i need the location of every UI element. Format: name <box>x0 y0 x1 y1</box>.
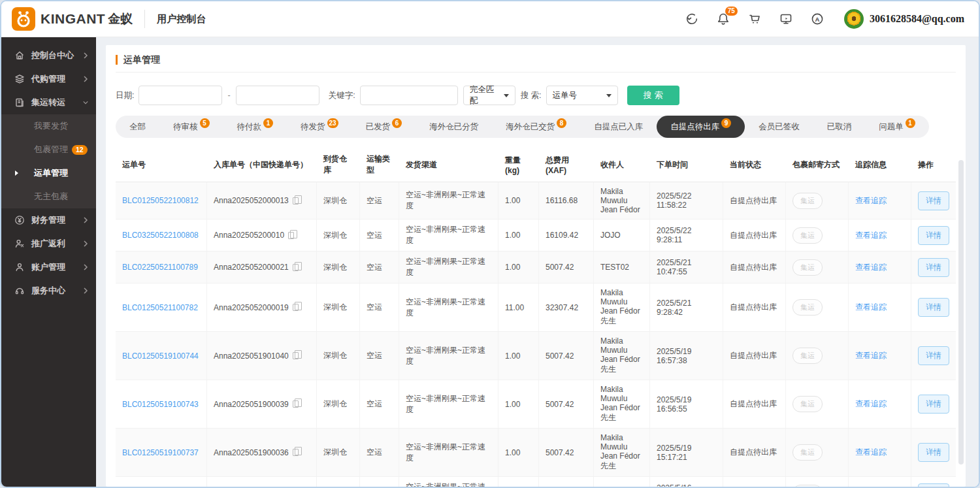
brand-name-cn: 金蚁 <box>108 10 133 27</box>
sidebar-item-waybill-management[interactable]: 运单管理 <box>1 161 96 185</box>
weight-cell: 11.00 <box>498 284 539 331</box>
scrollbar[interactable] <box>958 160 964 464</box>
mail-method-pill: 集运 <box>792 227 823 244</box>
sidebar-item-promotion[interactable]: 推广返利 <box>1 232 96 255</box>
copy-icon[interactable] <box>288 232 294 239</box>
sidebar-item-service-center[interactable]: 服务中心 <box>1 279 96 302</box>
table-row: BLC01250522100812 Anna2025052000013 深圳仓 … <box>116 182 956 220</box>
detail-button[interactable]: 详情 <box>918 443 949 462</box>
status-tab[interactable]: 待审核 5 <box>159 116 223 138</box>
avatar[interactable] <box>844 9 864 29</box>
translate-a-icon[interactable]: A <box>810 12 825 26</box>
waybill-number-link[interactable]: BLC01250521100782 <box>122 303 198 312</box>
transport-type-cell: 空运 <box>360 332 399 380</box>
column-header: 下单时间 <box>650 148 723 182</box>
date-start-input[interactable] <box>139 86 222 105</box>
date-end-input[interactable] <box>236 86 319 105</box>
copy-icon[interactable] <box>293 352 299 359</box>
filter-bar: 日期: - 关键字: 完全匹配 搜 索: 运单号 搜 <box>116 86 956 105</box>
detail-button[interactable]: 详情 <box>918 191 949 210</box>
status-tab[interactable]: 问题单 1 <box>865 116 929 138</box>
warehouse-cell: 深圳仓 <box>317 332 360 380</box>
waybill-number-link[interactable]: BLC01250522100812 <box>122 196 199 205</box>
table-row: BLC01250521100782 Anna2025052000019 深圳仓 … <box>116 284 956 332</box>
copy-icon[interactable] <box>293 449 299 456</box>
waybill-table: 运单号入库单号（中国快递单号）到货仓库运输类型发货渠道重量 (kg)总费用(XA… <box>116 148 956 488</box>
mail-method-pill: 集运 <box>792 193 823 209</box>
total-fee-cell: 32307.42 <box>539 284 594 331</box>
sidebar-item-console-center[interactable]: 控制台中心 <box>1 44 96 67</box>
copy-icon[interactable] <box>293 304 299 311</box>
waybill-number-link[interactable]: BLC01250519100744 <box>122 351 199 361</box>
kingant-logo-icon <box>12 7 35 31</box>
column-header: 当前状态 <box>723 148 786 182</box>
view-tracking-link[interactable]: 查看追踪 <box>855 350 887 361</box>
order-time-cell: 2025/5/21 10:47:55 <box>650 252 723 283</box>
copy-icon[interactable] <box>293 400 299 408</box>
match-mode-select[interactable]: 完全匹配 <box>463 86 515 105</box>
detail-button[interactable]: 详情 <box>918 258 949 277</box>
detail-button[interactable]: 详情 <box>918 395 949 414</box>
weight-cell: 1.00 <box>498 429 539 476</box>
status-tab[interactable]: 待发货 23 <box>287 116 352 138</box>
recipient-cell: Makila Muwulu Jean Fédor先生 <box>594 332 650 380</box>
status-cell: 自提点待出库 <box>723 220 786 251</box>
table-body: BLC01250522100812 Anna2025052000013 深圳仓 … <box>116 182 956 488</box>
detail-button[interactable]: 详情 <box>918 226 949 245</box>
status-tab[interactable]: 海外仓已分货 <box>416 116 492 138</box>
transport-type-cell: 空运 <box>360 284 399 331</box>
brand-name: KINGANT <box>41 11 105 27</box>
view-tracking-link[interactable]: 查看追踪 <box>855 399 887 410</box>
status-tab[interactable]: 自提点已入库 <box>580 116 657 138</box>
inbound-number: Anna2025052000013 <box>214 196 289 205</box>
sidebar-item-ship-now[interactable]: 我要发货 <box>1 114 96 138</box>
status-tab[interactable]: 自提点待出库 9 <box>657 116 745 138</box>
total-fee-cell: 16116.68 <box>539 182 594 219</box>
sidebar-item-consolidation[interactable]: 集运转运 <box>1 91 96 114</box>
view-tracking-link[interactable]: 查看追踪 <box>855 447 887 458</box>
view-tracking-link[interactable]: 查看追踪 <box>855 262 887 273</box>
status-tab[interactable]: 待付款 1 <box>223 116 287 138</box>
cart-icon[interactable] <box>747 12 762 26</box>
status-tab[interactable]: 海外仓已交货 8 <box>492 116 580 138</box>
waybill-number-link[interactable]: BLC03250522100808 <box>122 231 199 240</box>
sidebar-item-account[interactable]: 账户管理 <box>1 255 96 279</box>
status-tab[interactable]: 已发货 6 <box>352 116 416 138</box>
detail-button[interactable]: 详情 <box>918 346 949 365</box>
view-tracking-link[interactable]: 查看追踪 <box>855 230 887 241</box>
chevron-right-icon <box>83 52 88 59</box>
transport-type-cell: 空运 <box>360 220 399 251</box>
notifications[interactable]: 75 <box>716 12 730 26</box>
keyword-input[interactable] <box>360 86 458 105</box>
user-account[interactable]: 3061628584@qq.com <box>844 9 964 29</box>
history-icon[interactable] <box>685 12 699 26</box>
warehouse-cell: 深圳仓 <box>317 429 360 476</box>
content-area: 运单管理 日期: - 关键字: 完全匹配 搜 索: <box>96 37 979 487</box>
column-header: 收件人 <box>594 148 650 182</box>
waybill-number-link[interactable]: BLC02250521100789 <box>122 263 198 272</box>
status-tab[interactable]: 全部 <box>116 116 159 138</box>
monitor-icon[interactable] <box>779 12 793 26</box>
sidebar-item-package-management[interactable]: 包裹管理 12 <box>1 138 96 161</box>
search-type-select[interactable]: 运单号 <box>546 86 618 105</box>
status-tab[interactable]: 已取消 <box>813 116 866 138</box>
sidebar-item-finance[interactable]: 财务管理 <box>1 208 96 232</box>
sidebar-item-unclaimed-packages[interactable]: 无主包裹 <box>1 185 96 208</box>
view-tracking-link[interactable]: 查看追踪 <box>855 302 887 313</box>
package-count-badge: 12 <box>72 145 88 155</box>
copy-icon[interactable] <box>293 197 299 204</box>
sidebar-item-purchasing[interactable]: 代购管理 <box>1 67 96 91</box>
detail-button[interactable]: 详情 <box>918 483 949 488</box>
weight-cell: 1.00 <box>498 477 539 488</box>
status-tab[interactable]: 会员已签收 <box>745 116 813 138</box>
waybill-number-link[interactable]: BLC01250519100737 <box>122 448 199 457</box>
search-button[interactable]: 搜 索 <box>627 86 679 105</box>
page-title: 运单管理 <box>116 55 956 65</box>
warehouse-cell: 深圳仓 <box>317 182 360 219</box>
total-fee-cell: 16109.42 <box>539 220 594 251</box>
detail-button[interactable]: 详情 <box>918 298 949 317</box>
chevron-right-icon <box>83 76 88 82</box>
view-tracking-link[interactable]: 查看追踪 <box>855 195 887 206</box>
copy-icon[interactable] <box>293 264 299 271</box>
waybill-number-link[interactable]: BLC01250519100743 <box>122 400 199 409</box>
